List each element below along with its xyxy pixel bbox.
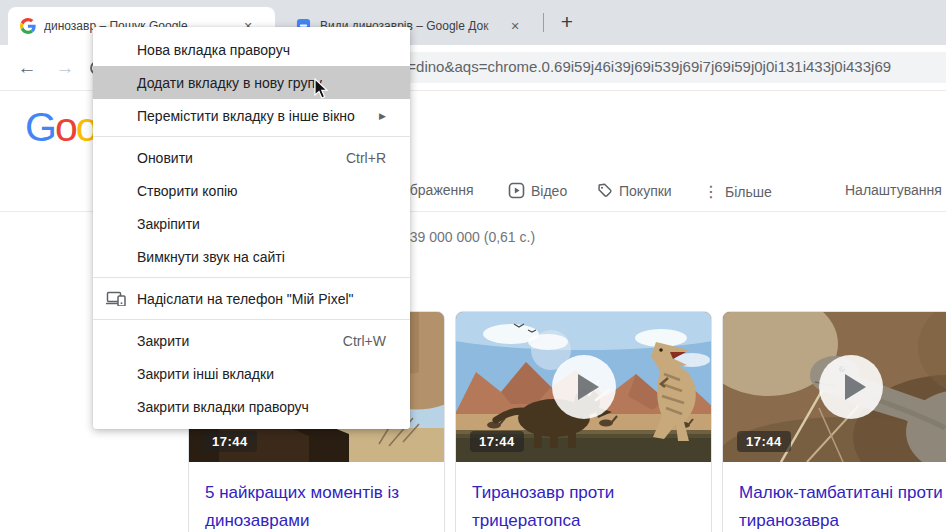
video-duration: 17:44 (203, 431, 257, 452)
nav-tab-images[interactable]: ображення (402, 182, 474, 198)
menu-item-new-tab-right[interactable]: Нова вкладка праворуч (93, 33, 410, 66)
play-icon (578, 374, 599, 400)
menu-item-move-tab-to-window[interactable]: Перемістити вкладку в інше вікно▶ (93, 99, 410, 132)
menu-item-mute-site[interactable]: Вимкнути звук на сайті (93, 240, 410, 273)
menu-item-send-to-phone[interactable]: Надіслати на телефон "Мій Pixel" (93, 282, 410, 315)
menu-item-pin[interactable]: Закріпити (93, 207, 410, 240)
video-icon (508, 182, 525, 199)
menu-separator (93, 136, 410, 137)
tab-title-fade (483, 16, 509, 38)
shortcut-label: Ctrl+R (346, 150, 386, 166)
menu-separator (93, 319, 410, 320)
video-thumbnail[interactable]: 17:44 (723, 312, 946, 462)
shopping-tag-icon (596, 182, 613, 199)
nav-tab-more[interactable]: ⋮ Більше (703, 182, 772, 201)
video-card[interactable]: 17:44 Малюк-тамбатитані проти тиранозавр… (722, 311, 946, 532)
more-vert-icon: ⋮ (703, 182, 719, 201)
play-icon (845, 374, 866, 400)
menu-item-add-tab-to-group[interactable]: Додати вкладку в нову групу (93, 66, 410, 99)
menu-item-close-tabs-right[interactable]: Закрити вкладки праворуч (93, 390, 410, 423)
url-text[interactable]: q=dino&aqs=chrome.0.69i59j46i39j69i539j6… (399, 58, 891, 75)
back-button[interactable]: ← (14, 55, 40, 81)
video-card[interactable]: 17:44 Тиранозавр проти трицератопса (455, 311, 712, 532)
video-title-link[interactable]: 5 найкращих моментів із динозаврами (205, 479, 428, 532)
tab-divider (543, 13, 544, 32)
play-button[interactable] (552, 355, 616, 419)
submenu-arrow-icon: ▶ (379, 111, 386, 121)
video-title-link[interactable]: Малюк-тамбатитані проти тиранозавра (739, 479, 946, 532)
google-g-icon (20, 18, 36, 34)
video-title-link[interactable]: Тиранозавр проти трицератопса (472, 479, 695, 532)
menu-item-reload[interactable]: ОновитиCtrl+R (93, 141, 410, 174)
browser-window: Google ображення Відео Покупки ⋮ Більше (0, 0, 946, 532)
video-duration: 17:44 (737, 431, 791, 452)
video-thumbnail[interactable]: 17:44 (456, 312, 711, 462)
menu-separator (93, 277, 410, 278)
video-duration: 17:44 (470, 431, 524, 452)
results-stats: 339 000 000 (0,61 с.) (402, 229, 535, 245)
devices-icon (106, 291, 127, 309)
menu-item-duplicate[interactable]: Створити копію (93, 174, 410, 207)
new-tab-button[interactable]: + (553, 9, 581, 37)
nav-link-settings[interactable]: Налаштування (845, 182, 942, 198)
play-button[interactable] (819, 355, 883, 419)
menu-item-close[interactable]: ЗакритиCtrl+W (93, 324, 410, 357)
tab-context-menu: Нова вкладка праворуч Додати вкладку в н… (93, 27, 410, 429)
shortcut-label: Ctrl+W (343, 333, 386, 349)
forward-button[interactable]: → (52, 55, 78, 81)
nav-tab-video[interactable]: Відео (508, 182, 567, 199)
mouse-cursor (313, 78, 333, 104)
menu-item-close-other-tabs[interactable]: Закрити інші вкладки (93, 357, 410, 390)
nav-tab-shopping[interactable]: Покупки (596, 182, 672, 199)
